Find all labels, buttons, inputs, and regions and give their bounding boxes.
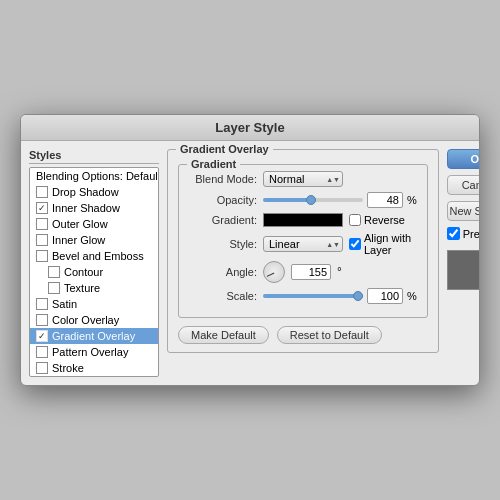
style-item-inner-shadow[interactable]: ✓ Inner Shadow <box>30 200 158 216</box>
style-item-inner-glow[interactable]: Inner Glow <box>30 232 158 248</box>
bottom-buttons: Make Default Reset to Default <box>178 326 428 344</box>
styles-panel: Styles Blending Options: Default Drop Sh… <box>29 149 159 377</box>
checkbox-color-overlay[interactable] <box>36 314 48 326</box>
style-item-drop-shadow[interactable]: Drop Shadow <box>30 184 158 200</box>
scale-input[interactable]: 100 <box>367 288 403 304</box>
right-panel: OK Cancel New Style... Preview <box>447 149 480 377</box>
opacity-row: Opacity: 48 % <box>189 192 417 208</box>
style-select[interactable]: Linear <box>263 236 343 252</box>
style-label-texture: Texture <box>64 282 100 294</box>
checkbox-contour[interactable] <box>48 266 60 278</box>
style-item-satin[interactable]: Satin <box>30 296 158 312</box>
style-label-inner-glow: Inner Glow <box>52 234 105 246</box>
new-style-button[interactable]: New Style... <box>447 201 480 221</box>
gradient-row: Gradient: Reverse <box>189 213 417 227</box>
scale-row: Scale: 100 % <box>189 288 417 304</box>
checkbox-bevel-emboss[interactable] <box>36 250 48 262</box>
style-label-drop-shadow: Drop Shadow <box>52 186 119 198</box>
angle-input[interactable]: 155 <box>291 264 331 280</box>
style-row: Style: Linear Align with Layer <box>189 232 417 256</box>
style-label-stroke: Stroke <box>52 362 84 374</box>
style-label: Style: <box>189 238 257 250</box>
reset-default-button[interactable]: Reset to Default <box>277 326 382 344</box>
style-label-inner-shadow: Inner Shadow <box>52 202 120 214</box>
angle-dial[interactable] <box>263 261 285 283</box>
scale-slider[interactable] <box>263 294 363 298</box>
dialog-titlebar: Layer Style <box>21 115 479 141</box>
style-select-wrapper: Linear <box>263 236 343 252</box>
style-label-satin: Satin <box>52 298 77 310</box>
preview-swatch <box>447 250 480 290</box>
style-item-blending[interactable]: Blending Options: Default <box>30 168 158 184</box>
checkbox-inner-glow[interactable] <box>36 234 48 246</box>
align-layer-label[interactable]: Align with Layer <box>349 232 417 256</box>
style-label-bevel-emboss: Bevel and Emboss <box>52 250 144 262</box>
angle-unit: ° <box>337 265 342 279</box>
blend-mode-select-wrapper: Normal <box>263 171 343 187</box>
style-item-color-overlay[interactable]: Color Overlay <box>30 312 158 328</box>
preview-label[interactable]: Preview <box>447 227 480 240</box>
make-default-button[interactable]: Make Default <box>178 326 269 344</box>
dialog-title: Layer Style <box>215 120 284 135</box>
style-label-contour: Contour <box>64 266 103 278</box>
align-layer-text: Align with Layer <box>364 232 417 256</box>
style-item-gradient-overlay[interactable]: ✓ Gradient Overlay <box>30 328 158 344</box>
scale-percent: % <box>407 290 417 302</box>
layer-style-dialog: Layer Style Styles Blending Options: Def… <box>20 114 480 386</box>
styles-panel-label: Styles <box>29 149 159 164</box>
checkbox-pattern-overlay[interactable] <box>36 346 48 358</box>
checkbox-stroke[interactable] <box>36 362 48 374</box>
style-item-outer-glow[interactable]: Outer Glow <box>30 216 158 232</box>
checkbox-texture[interactable] <box>48 282 60 294</box>
gradient-overlay-title: Gradient Overlay <box>176 143 273 155</box>
ok-button[interactable]: OK <box>447 149 480 169</box>
style-item-contour[interactable]: Contour <box>30 264 158 280</box>
style-item-stroke[interactable]: Stroke <box>30 360 158 376</box>
checkbox-satin[interactable] <box>36 298 48 310</box>
gradient-preview[interactable] <box>263 213 343 227</box>
blend-mode-row: Blend Mode: Normal <box>189 171 417 187</box>
opacity-label: Opacity: <box>189 194 257 206</box>
style-item-texture[interactable]: Texture <box>30 280 158 296</box>
gradient-subsection: Gradient Blend Mode: Normal Opacity: <box>178 164 428 318</box>
blend-mode-select[interactable]: Normal <box>263 171 343 187</box>
style-label-gradient-overlay: Gradient Overlay <box>52 330 135 342</box>
opacity-percent: % <box>407 194 417 206</box>
blend-mode-label: Blend Mode: <box>189 173 257 185</box>
cancel-button[interactable]: Cancel <box>447 175 480 195</box>
reverse-checkbox[interactable] <box>349 214 361 226</box>
checkbox-drop-shadow[interactable] <box>36 186 48 198</box>
preview-checkbox[interactable] <box>447 227 460 240</box>
scale-slider-container: 100 % <box>263 288 417 304</box>
opacity-slider-container: 48 % <box>263 192 417 208</box>
gradient-overlay-section: Gradient Overlay Gradient Blend Mode: No… <box>167 149 439 353</box>
main-content: Gradient Overlay Gradient Blend Mode: No… <box>167 149 439 377</box>
style-item-pattern-overlay[interactable]: Pattern Overlay <box>30 344 158 360</box>
reverse-text: Reverse <box>364 214 405 226</box>
gradient-sub-title: Gradient <box>187 158 240 170</box>
align-layer-checkbox[interactable] <box>349 238 361 250</box>
opacity-input[interactable]: 48 <box>367 192 403 208</box>
styles-list: Blending Options: Default Drop Shadow ✓ … <box>29 167 159 377</box>
style-label-color-overlay: Color Overlay <box>52 314 119 326</box>
gradient-label: Gradient: <box>189 214 257 226</box>
preview-text: Preview <box>463 228 480 240</box>
checkbox-outer-glow[interactable] <box>36 218 48 230</box>
reverse-label[interactable]: Reverse <box>349 214 405 226</box>
opacity-slider[interactable] <box>263 198 363 202</box>
scale-label: Scale: <box>189 290 257 302</box>
angle-row: Angle: 155 ° <box>189 261 417 283</box>
style-label-outer-glow: Outer Glow <box>52 218 108 230</box>
angle-label: Angle: <box>189 266 257 278</box>
checkbox-gradient-overlay[interactable]: ✓ <box>36 330 48 342</box>
checkbox-inner-shadow[interactable]: ✓ <box>36 202 48 214</box>
style-item-bevel-emboss[interactable]: Bevel and Emboss <box>30 248 158 264</box>
style-label-blending: Blending Options: Default <box>36 170 159 182</box>
style-label-pattern-overlay: Pattern Overlay <box>52 346 128 358</box>
